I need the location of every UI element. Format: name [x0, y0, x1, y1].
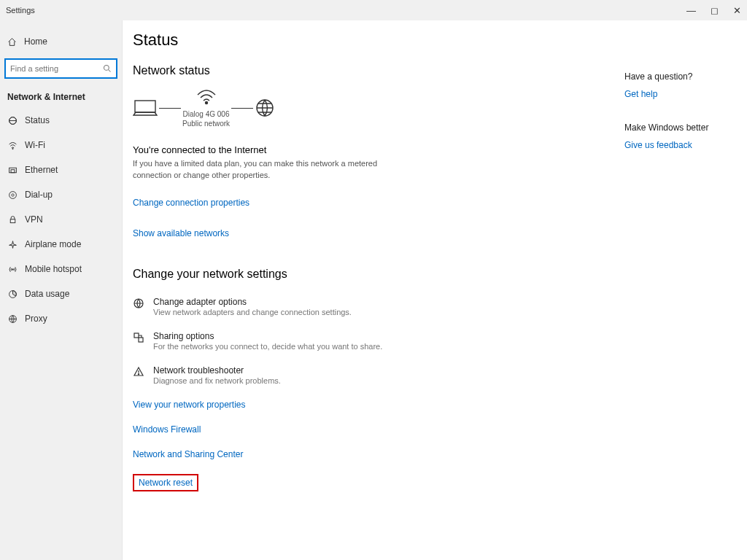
network-type: Public network [182, 119, 230, 128]
vpn-icon [7, 215, 18, 225]
aside-feedback-heading: Make Windows better [624, 122, 747, 133]
svg-line-1 [109, 70, 111, 72]
aside-question-heading: Have a question? [624, 71, 747, 82]
minimize-button[interactable]: — [686, 5, 696, 16]
sidebar-item-label: VPN [25, 214, 43, 225]
option-change-adapter[interactable]: Change adapter options View network adap… [133, 297, 616, 316]
sidebar-item-proxy[interactable]: Proxy [0, 306, 122, 331]
option-troubleshooter[interactable]: Network troubleshooter Diagnose and fix … [133, 365, 616, 385]
option-description: Diagnose and fix network problems. [153, 376, 281, 385]
link-network-sharing-center[interactable]: Network and Sharing Center [133, 449, 616, 459]
sidebar-item-ethernet[interactable]: Ethernet [0, 158, 122, 182]
airplane-icon [7, 240, 18, 249]
sidebar-item-hotspot[interactable]: Mobile hotspot [0, 257, 122, 281]
svg-rect-5 [11, 169, 15, 172]
sidebar-item-airplane[interactable]: Airplane mode [0, 232, 122, 257]
svg-point-9 [12, 268, 13, 270]
datausage-icon [7, 289, 18, 299]
titlebar: Settings — ◻ ✕ [0, 0, 747, 20]
sidebar-item-label: Wi-Fi [25, 140, 45, 150]
sidebar-item-label: Dial-up [25, 190, 53, 200]
highlighted-network-reset: Network reset [133, 474, 198, 491]
network-diagram: Dialog 4G 006 Public network [133, 88, 616, 128]
svg-rect-17 [139, 338, 143, 342]
svg-rect-16 [134, 333, 139, 338]
sidebar-item-label: Airplane mode [25, 239, 81, 249]
maximize-button[interactable]: ◻ [711, 5, 719, 16]
svg-point-3 [12, 148, 12, 149]
change-settings-section: Change your network settings Change adap… [133, 268, 616, 491]
svg-point-0 [104, 66, 109, 71]
network-status-heading: Network status [133, 64, 616, 77]
option-description: View network adapters and change connect… [153, 308, 352, 316]
connected-title: You're connected to the Internet [133, 144, 616, 155]
sidebar-home[interactable]: Home [0, 31, 122, 52]
sidebar-item-vpn[interactable]: VPN [0, 207, 122, 232]
link-get-help[interactable]: Get help [624, 89, 747, 99]
sidebar-item-dialup[interactable]: Dial-up [0, 182, 122, 207]
svg-rect-4 [9, 168, 16, 173]
connected-description: If you have a limited data plan, you can… [133, 158, 410, 182]
window-controls: — ◻ ✕ [686, 5, 741, 16]
sidebar-item-label: Data usage [25, 289, 69, 299]
sidebar-item-status[interactable]: Status [0, 108, 122, 133]
sharing-icon [133, 331, 144, 351]
change-settings-heading: Change your network settings [133, 268, 616, 281]
ethernet-icon [7, 166, 18, 175]
svg-point-19 [138, 374, 139, 375]
option-description: For the networks you connect to, decide … [153, 342, 382, 351]
option-title: Change adapter options [153, 297, 352, 307]
link-change-connection-properties[interactable]: Change connection properties [133, 198, 249, 208]
search-icon [103, 64, 112, 73]
sidebar-section-title: Network & Internet [0, 86, 122, 108]
warning-icon [133, 365, 144, 385]
option-sharing[interactable]: Sharing options For the networks you con… [133, 331, 616, 351]
sidebar-search[interactable] [4, 58, 117, 79]
link-windows-firewall[interactable]: Windows Firewall [133, 424, 616, 435]
link-network-reset[interactable]: Network reset [139, 478, 193, 488]
svg-point-6 [9, 191, 16, 198]
sidebar-home-label: Home [24, 36, 47, 47]
option-title: Network troubleshooter [153, 365, 281, 376]
computer-icon [133, 98, 158, 117]
sidebar: Home Network & Internet Status Wi-Fi Eth… [0, 20, 123, 560]
link-show-available-networks[interactable]: Show available networks [133, 228, 229, 238]
link-view-network-properties[interactable]: View your network properties [133, 400, 616, 410]
close-button[interactable]: ✕ [733, 5, 741, 16]
sidebar-item-label: Ethernet [25, 165, 58, 175]
sidebar-item-label: Status [25, 115, 50, 125]
sidebar-item-wifi[interactable]: Wi-Fi [0, 133, 122, 158]
status-icon [7, 116, 18, 125]
home-icon [7, 37, 17, 47]
hotspot-icon [7, 265, 18, 274]
svg-point-13 [205, 102, 207, 104]
svg-rect-8 [10, 219, 15, 222]
wifi-signal-icon [196, 88, 217, 106]
option-title: Sharing options [153, 331, 382, 341]
svg-point-7 [11, 193, 13, 195]
dialup-icon [7, 190, 18, 200]
search-input[interactable] [4, 58, 117, 79]
window-title: Settings [6, 6, 35, 15]
adapter-icon [133, 297, 144, 316]
svg-rect-12 [135, 101, 155, 112]
sidebar-item-label: Proxy [25, 314, 47, 324]
aside-panel: Have a question? Get help Make Windows b… [616, 31, 747, 560]
globe-icon [255, 98, 275, 118]
content-area: Status Network status Dialog 4G 006 Publ… [133, 31, 616, 560]
sidebar-item-label: Mobile hotspot [25, 264, 82, 274]
link-give-feedback[interactable]: Give us feedback [624, 140, 747, 150]
sidebar-item-datausage[interactable]: Data usage [0, 281, 122, 306]
network-ssid: Dialog 4G 006 [182, 109, 230, 119]
page-title: Status [133, 31, 616, 50]
proxy-icon [7, 314, 18, 324]
wifi-icon [7, 141, 18, 150]
